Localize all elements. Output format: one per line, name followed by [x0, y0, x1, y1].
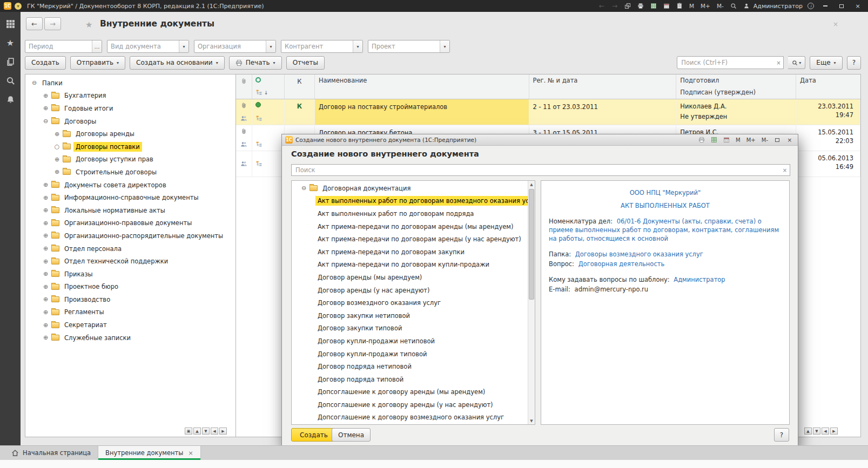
- expand-icon[interactable]: ⊕: [42, 270, 49, 277]
- chevron-down-icon[interactable]: ▾: [353, 40, 362, 52]
- close-tab-icon[interactable]: ×: [188, 450, 193, 457]
- template-item[interactable]: Акт приема-передачи по договорам аренды …: [292, 220, 528, 233]
- template-search-box[interactable]: ×: [291, 164, 790, 176]
- template-item[interactable]: Договор подряда типовой: [292, 373, 528, 386]
- expand-icon[interactable]: ⊕: [42, 207, 49, 214]
- doc-kind-input[interactable]: [107, 43, 179, 50]
- organization-filter[interactable]: ▾: [194, 40, 276, 53]
- template-item-label[interactable]: Договор закупки нетиповой: [315, 311, 412, 321]
- folder-label[interactable]: Договоры: [62, 117, 98, 126]
- folder-label[interactable]: Отдел технической поддержки: [62, 256, 170, 266]
- folder-tree-item[interactable]: ⊕Локальные нормативные акты: [25, 204, 235, 217]
- calendar-icon[interactable]: [662, 2, 671, 10]
- forward-button[interactable]: →: [44, 17, 61, 30]
- template-item-label[interactable]: Акт приема-передачи по договорам аренды …: [315, 234, 523, 244]
- bullet-icon[interactable]: ○: [53, 143, 60, 150]
- folder-tree-item[interactable]: ⊖Договоры: [25, 115, 235, 128]
- create-button[interactable]: Создать: [25, 56, 66, 70]
- period-filter[interactable]: …: [25, 40, 102, 53]
- folder-tree-item[interactable]: ⊕Договоры аренды: [25, 127, 235, 140]
- template-item[interactable]: Договор купли-продажи нетиповой: [292, 335, 528, 348]
- template-item[interactable]: Акт выполненных работ по договорам возме…: [292, 195, 528, 208]
- template-item-label[interactable]: Акт приема-передачи по договорам закупки: [315, 247, 467, 257]
- chevron-down-icon[interactable]: ▾: [179, 40, 189, 52]
- sort-down-icon[interactable]: ↓: [264, 90, 268, 96]
- template-item-label[interactable]: Акт выполненных работ по договорам подря…: [315, 209, 476, 219]
- template-item-label[interactable]: Договор купли-продажи нетиповой: [315, 336, 437, 346]
- printer-icon[interactable]: [697, 136, 706, 144]
- zoom-in-button[interactable]: М+: [745, 137, 757, 143]
- folder-label[interactable]: Организационно-распорядительные документ…: [62, 231, 225, 241]
- scroll-up-button[interactable]: ▲: [804, 428, 812, 435]
- clear-search-icon[interactable]: ×: [773, 60, 783, 66]
- expand-icon[interactable]: ⊕: [42, 92, 49, 99]
- folder-label[interactable]: Строительные договоры: [73, 167, 159, 177]
- template-item[interactable]: Договор купли-продажи типовой: [292, 348, 528, 361]
- folder-label[interactable]: Служебные записки: [62, 333, 133, 343]
- history-back-icon[interactable]: ←: [597, 2, 607, 10]
- folder-tree-item[interactable]: ⊕Производство: [25, 293, 235, 306]
- folder-label[interactable]: Договоры аренды: [73, 129, 137, 139]
- contact-link[interactable]: Администратор: [674, 276, 725, 283]
- template-item-label[interactable]: Акт приема-передачи по договорам аренды …: [315, 222, 516, 232]
- form-close-icon[interactable]: ×: [833, 21, 838, 28]
- template-item[interactable]: Допсоглашение к договору аренды (у нас а…: [292, 398, 528, 411]
- folder-tree-item[interactable]: ⊕Информационно-справочные документы: [25, 191, 235, 204]
- link-icon[interactable]: [623, 2, 633, 10]
- template-group[interactable]: ⊖Договорная документация: [292, 182, 528, 195]
- dialog-create-button[interactable]: Создать: [291, 428, 337, 442]
- dialog-cancel-button[interactable]: Отмена: [332, 428, 371, 442]
- spreadsheet-icon[interactable]: [709, 136, 719, 144]
- template-group-label[interactable]: Договорная документация: [320, 184, 413, 193]
- scroll-left-button[interactable]: ◀: [822, 428, 829, 435]
- template-item-label[interactable]: Договор подряда типовой: [315, 375, 406, 384]
- folder-tree-item[interactable]: ⊕Договоры уступки прав: [25, 153, 235, 166]
- date-column-header[interactable]: Дата: [796, 74, 860, 99]
- folder-tree-item[interactable]: ⊕Секретариат: [25, 318, 235, 331]
- folder-tree-item[interactable]: ⊕Проектное бюро: [25, 281, 235, 294]
- doc-kind-filter[interactable]: ▾: [107, 40, 189, 53]
- zoom-out-button[interactable]: М-: [715, 3, 725, 9]
- scroll-up-icon[interactable]: ▲: [528, 181, 535, 188]
- chevron-down-icon[interactable]: ▾: [266, 40, 275, 52]
- folder-label[interactable]: Регламенты: [62, 307, 106, 317]
- template-item[interactable]: Акт выполненных работ по договорам подря…: [292, 207, 528, 220]
- folder-label[interactable]: Проектное бюро: [62, 282, 120, 291]
- counterparty-input[interactable]: [281, 43, 353, 50]
- folder-label[interactable]: Локальные нормативные акты: [62, 206, 167, 215]
- reports-button[interactable]: Отчеты: [286, 56, 325, 70]
- expand-icon[interactable]: ⊕: [42, 232, 49, 239]
- zoom-reset-button[interactable]: М: [734, 137, 742, 143]
- folder-label[interactable]: Производство: [62, 295, 112, 304]
- help-button[interactable]: ?: [847, 56, 861, 70]
- folder-label[interactable]: Годовые итоги: [62, 104, 115, 113]
- magnifier-icon[interactable]: [729, 2, 738, 10]
- expand-icon[interactable]: ⊕: [42, 194, 49, 201]
- attachment-column-header[interactable]: [236, 74, 252, 99]
- current-user[interactable]: Администратор: [742, 2, 803, 10]
- template-item-label[interactable]: Допсоглашение к договору аренды (у нас а…: [315, 400, 495, 410]
- collapse-icon[interactable]: ⊖: [300, 185, 307, 192]
- tab-home[interactable]: Начальная страница: [4, 446, 98, 460]
- info-icon[interactable]: i: [806, 2, 816, 10]
- folder-tree-item[interactable]: ⊖Папки: [25, 77, 235, 90]
- maximize-button[interactable]: [835, 2, 848, 11]
- zoom-reset-button[interactable]: М: [688, 3, 696, 9]
- expand-icon[interactable]: ⊕: [42, 105, 49, 112]
- template-item-label[interactable]: Договор подряда нетиповой: [315, 362, 414, 371]
- scroll-left-button[interactable]: ◀: [211, 428, 218, 435]
- more-button[interactable]: Еще▾: [810, 56, 842, 70]
- template-item[interactable]: Договор возмездного оказания услуг: [292, 296, 528, 309]
- folder-tree-item[interactable]: ⊕Приказы: [25, 268, 235, 281]
- favorite-star-icon[interactable]: ★: [85, 20, 92, 30]
- folder-tree-item[interactable]: ⊕Строительные договоры: [25, 166, 235, 179]
- folder-label[interactable]: Бухгалтерия: [62, 91, 108, 100]
- template-item-label[interactable]: Акт выполненных работ по договорам возме…: [315, 196, 528, 206]
- create-based-on-button[interactable]: Создать на основании▾: [130, 56, 225, 70]
- scroll-thumb[interactable]: [529, 189, 534, 300]
- notifications-bell-icon[interactable]: [5, 94, 15, 104]
- template-item[interactable]: Договор аренды (мы арендуем): [292, 271, 528, 284]
- print-button[interactable]: Печать▾: [229, 56, 282, 70]
- main-menu-button[interactable]: ▾: [15, 3, 22, 10]
- project-filter[interactable]: ▾: [368, 40, 450, 53]
